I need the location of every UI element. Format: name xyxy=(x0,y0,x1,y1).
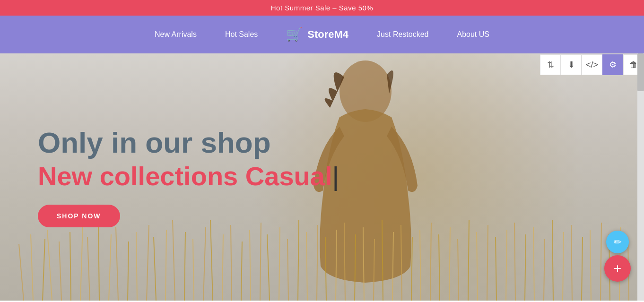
brand-name: StoreM4 xyxy=(307,28,348,41)
nav-hot-sales[interactable]: Hot Sales xyxy=(225,30,258,39)
svg-line-34 xyxy=(336,230,337,301)
sort-button[interactable]: ⇅ xyxy=(540,54,561,75)
svg-line-32 xyxy=(317,225,318,301)
svg-line-50 xyxy=(487,225,488,301)
svg-line-43 xyxy=(420,230,421,301)
svg-line-22 xyxy=(222,234,223,301)
hero-cursor: | xyxy=(332,161,339,191)
cart-icon: 🛒 xyxy=(286,28,303,41)
svg-line-21 xyxy=(210,220,213,301)
svg-line-12 xyxy=(128,242,129,301)
announcement-bar: Hot Summer Sale – Save 50% xyxy=(0,0,644,16)
svg-line-53 xyxy=(514,223,515,301)
svg-line-36 xyxy=(355,234,356,301)
svg-line-31 xyxy=(306,232,307,301)
svg-line-4 xyxy=(47,230,52,301)
code-button[interactable]: </> xyxy=(582,54,602,75)
svg-line-19 xyxy=(193,239,194,301)
svg-line-48 xyxy=(468,220,469,301)
svg-line-33 xyxy=(325,237,326,301)
svg-line-62 xyxy=(600,223,601,301)
scrollbar-thumb[interactable] xyxy=(637,53,644,91)
hero-title-2-highlight: Casual xyxy=(245,161,332,191)
svg-line-28 xyxy=(279,227,280,301)
svg-line-14 xyxy=(147,225,149,301)
svg-line-18 xyxy=(184,232,185,301)
hero-title-2-prefix: New collections xyxy=(38,161,245,191)
svg-line-27 xyxy=(267,234,270,301)
svg-line-9 xyxy=(98,220,99,301)
hero-content: Only in our shop New collections Casual|… xyxy=(38,127,339,228)
svg-line-20 xyxy=(203,227,206,301)
fab-add-button[interactable]: + xyxy=(604,255,631,282)
svg-line-24 xyxy=(241,242,242,301)
svg-line-3 xyxy=(43,239,45,301)
add-icon: + xyxy=(614,261,621,276)
svg-line-57 xyxy=(552,220,553,301)
svg-line-42 xyxy=(411,237,412,301)
svg-line-37 xyxy=(363,227,364,301)
svg-line-8 xyxy=(87,237,90,301)
hero-section: Only in our shop New collections Casual|… xyxy=(0,53,644,301)
svg-line-16 xyxy=(165,230,166,301)
brand-logo[interactable]: 🛒 StoreM4 xyxy=(286,28,348,41)
edit-icon: ✏ xyxy=(614,236,622,248)
svg-line-11 xyxy=(116,227,118,301)
svg-line-5 xyxy=(59,242,61,301)
announcement-text: Hot Summer Sale – Save 50% xyxy=(271,4,373,12)
svg-line-38 xyxy=(374,239,374,301)
svg-line-47 xyxy=(458,239,459,301)
svg-line-41 xyxy=(401,225,402,301)
svg-line-60 xyxy=(582,237,583,301)
svg-line-7 xyxy=(80,225,83,301)
download-button[interactable]: ⬇ xyxy=(561,54,582,75)
nav-new-arrivals[interactable]: New Arrivals xyxy=(155,30,197,39)
svg-line-52 xyxy=(506,230,507,301)
svg-line-44 xyxy=(430,223,431,301)
svg-line-17 xyxy=(173,220,175,301)
svg-line-1 xyxy=(19,244,24,301)
navbar: New Arrivals Hot Sales 🛒 StoreM4 Just Re… xyxy=(0,16,644,53)
hero-title-2: New collections Casual| xyxy=(38,162,339,191)
svg-line-29 xyxy=(287,239,288,301)
scrollbar[interactable] xyxy=(637,53,644,301)
svg-line-39 xyxy=(382,220,383,301)
svg-line-26 xyxy=(260,223,261,301)
svg-line-45 xyxy=(439,234,440,301)
settings-button[interactable]: ⚙ xyxy=(602,54,623,75)
svg-line-15 xyxy=(154,237,156,301)
svg-line-40 xyxy=(392,232,393,301)
nav-just-restocked[interactable]: Just Restocked xyxy=(377,30,428,39)
svg-line-2 xyxy=(31,234,33,301)
toolbar: ⇅ ⬇ </> ⚙ 🗑 xyxy=(540,54,644,75)
svg-line-10 xyxy=(109,234,111,301)
svg-line-51 xyxy=(496,237,496,301)
svg-line-58 xyxy=(563,232,564,301)
svg-line-6 xyxy=(70,232,71,301)
svg-line-46 xyxy=(449,227,450,301)
nav-links: New Arrivals Hot Sales 🛒 StoreM4 Just Re… xyxy=(19,28,625,41)
svg-line-35 xyxy=(344,223,345,301)
svg-line-30 xyxy=(298,220,299,301)
svg-line-59 xyxy=(571,225,572,301)
svg-line-23 xyxy=(231,225,232,301)
fab-edit-button[interactable]: ✏ xyxy=(606,231,629,253)
shop-now-button[interactable]: SHOP NOW xyxy=(38,205,120,227)
hero-title-1: Only in our shop xyxy=(38,127,339,159)
nav-about-us[interactable]: About US xyxy=(457,30,489,39)
svg-line-54 xyxy=(525,234,526,301)
svg-line-56 xyxy=(544,239,545,301)
svg-line-25 xyxy=(250,230,251,301)
svg-line-55 xyxy=(533,227,534,301)
svg-line-61 xyxy=(590,230,591,301)
svg-line-13 xyxy=(136,232,137,301)
svg-line-49 xyxy=(477,232,478,301)
